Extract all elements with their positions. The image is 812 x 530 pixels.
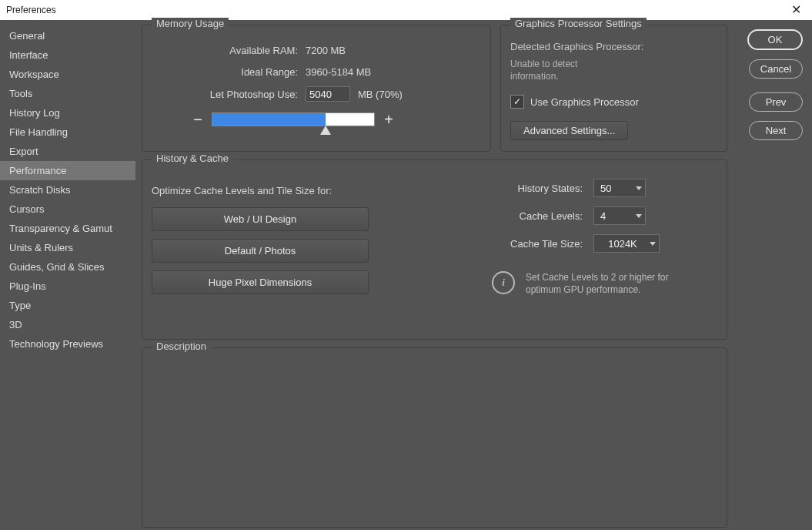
cache-tile-size-select[interactable]: 1024K <box>593 234 660 253</box>
detected-processor-label: Detected Graphics Processor: <box>510 41 717 52</box>
optimize-label: Optimize Cache Levels and Tile Size for: <box>152 185 383 196</box>
let-photoshop-use-input[interactable] <box>306 86 350 102</box>
next-button[interactable]: Next <box>749 121 803 140</box>
memory-slider-thumb[interactable] <box>320 126 331 135</box>
cache-levels-value: 4 <box>600 210 631 222</box>
sidebar-item-tools[interactable]: Tools <box>0 84 135 103</box>
chevron-down-icon <box>636 186 642 190</box>
sidebar-item-units-rulers[interactable]: Units & Rulers <box>0 238 135 257</box>
optimize-web-ui-button[interactable]: Web / UI Design <box>152 207 369 231</box>
description-legend: Description <box>152 340 211 352</box>
history-states-select[interactable]: 50 <box>593 179 646 197</box>
window-title: Preferences <box>6 5 56 15</box>
graphics-settings-group: Graphics Processor Settings Detected Gra… <box>500 25 727 152</box>
sidebar-item-interface[interactable]: Interface <box>0 45 135 65</box>
let-photoshop-use-suffix: MB (70%) <box>358 89 403 100</box>
sidebar-item-file-handling[interactable]: File Handling <box>0 122 135 142</box>
info-icon: i <box>492 271 515 294</box>
sidebar-item-transparency-gamut[interactable]: Transparency & Gamut <box>0 219 135 238</box>
history-cache-group: History & Cache Optimize Cache Levels an… <box>142 159 727 340</box>
cache-tile-size-value: 1024K <box>600 238 645 250</box>
optimize-huge-pixel-button[interactable]: Huge Pixel Dimensions <box>152 270 369 294</box>
sidebar-item-technology-previews[interactable]: Technology Previews <box>0 334 135 354</box>
ideal-range-label: Ideal Range: <box>152 66 306 78</box>
sidebar-item-history-log[interactable]: History Log <box>0 103 135 122</box>
history-states-label: History States: <box>452 183 593 194</box>
use-graphics-processor-label: Use Graphics Processor <box>530 96 639 108</box>
detected-processor-info: Unable to detect information. <box>510 59 626 82</box>
description-group: Description <box>142 347 727 528</box>
sidebar-item-plug-ins[interactable]: Plug-Ins <box>0 277 135 296</box>
close-icon[interactable]: ✕ <box>787 4 806 16</box>
preferences-sidebar: General Interface Workspace Tools Histor… <box>0 20 135 530</box>
memory-minus-icon[interactable]: − <box>189 112 207 127</box>
sidebar-item-3d[interactable]: 3D <box>0 315 135 334</box>
cancel-button[interactable]: Cancel <box>749 59 803 79</box>
history-states-value: 50 <box>600 183 631 194</box>
sidebar-item-type[interactable]: Type <box>0 296 135 315</box>
chevron-down-icon <box>636 214 642 218</box>
memory-plus-icon[interactable]: + <box>379 112 398 127</box>
let-photoshop-use-label: Let Photoshop Use: <box>152 89 306 100</box>
history-cache-legend: History & Cache <box>152 153 233 164</box>
sidebar-item-cursors[interactable]: Cursors <box>0 200 135 219</box>
cache-levels-label: Cache Levels: <box>452 210 593 222</box>
sidebar-item-performance[interactable]: Performance <box>0 161 135 180</box>
use-graphics-processor-checkbox[interactable]: ✓ <box>510 95 524 109</box>
cache-levels-select[interactable]: 4 <box>593 206 646 225</box>
advanced-settings-button[interactable]: Advanced Settings... <box>510 121 628 140</box>
sidebar-item-scratch-disks[interactable]: Scratch Disks <box>0 180 135 200</box>
memory-usage-group: Memory Usage Available RAM: 7200 MB Idea… <box>142 25 491 152</box>
sidebar-item-guides-grid-slices[interactable]: Guides, Grid & Slices <box>0 257 135 277</box>
chevron-down-icon <box>650 242 656 246</box>
ok-button[interactable]: OK <box>747 29 803 50</box>
cache-tile-size-label: Cache Tile Size: <box>452 238 593 250</box>
graphics-legend: Graphics Processor Settings <box>510 18 647 29</box>
available-ram-value: 7200 MB <box>306 45 346 56</box>
sidebar-item-workspace[interactable]: Workspace <box>0 65 135 84</box>
available-ram-label: Available RAM: <box>152 45 306 56</box>
optimize-default-photos-button[interactable]: Default / Photos <box>152 239 369 263</box>
memory-slider[interactable] <box>212 112 375 126</box>
sidebar-item-general[interactable]: General <box>0 26 135 45</box>
sidebar-item-export[interactable]: Export <box>0 142 135 161</box>
prev-button[interactable]: Prev <box>749 92 803 112</box>
memory-legend: Memory Usage <box>152 18 229 29</box>
ideal-range-value: 3960-5184 MB <box>306 66 371 78</box>
cache-info-text: Set Cache Levels to 2 or higher for opti… <box>526 271 703 296</box>
